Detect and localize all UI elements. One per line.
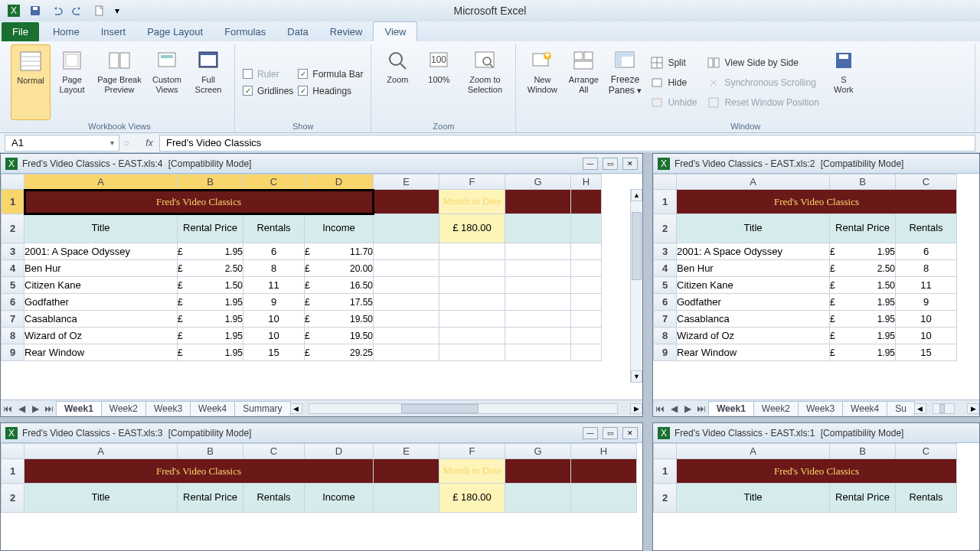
scroll-right-arrow[interactable]: ▶ (967, 403, 979, 414)
tab-nav-next[interactable]: ▶ (681, 403, 694, 414)
tab-nav-first[interactable]: ⏮ (653, 403, 667, 414)
tab-review[interactable]: Review (319, 22, 374, 41)
new-doc-icon[interactable] (90, 2, 109, 19)
scroll-right-arrow[interactable]: ▶ (630, 403, 642, 414)
tab-nav-first[interactable]: ⏮ (1, 403, 15, 414)
svg-rect-3 (33, 7, 38, 10)
quick-access-toolbar: X ▾ (0, 2, 122, 19)
hide-button[interactable]: Hide (648, 75, 700, 90)
fx-icon[interactable]: fx (139, 138, 159, 148)
tab-nav-prev[interactable]: ◀ (15, 403, 28, 414)
horizontal-scrollbar[interactable] (933, 403, 955, 414)
maximize-button[interactable]: ▭ (603, 427, 618, 439)
formula-input[interactable]: Fred's Video Classics (159, 135, 975, 152)
svg-rect-29 (574, 61, 593, 69)
sheet-tab[interactable]: Week3 (798, 401, 843, 416)
side-by-side-button[interactable]: View Side by Side (704, 55, 822, 70)
tab-insert[interactable]: Insert (90, 22, 137, 41)
tab-page-layout[interactable]: Page Layout (136, 22, 214, 41)
scroll-left-arrow[interactable]: ◀ (914, 403, 926, 414)
normal-view-button[interactable]: Normal (11, 44, 51, 120)
horizontal-scrollbar[interactable] (309, 403, 618, 414)
sheet-tabs: ⏮◀▶⏭Week1Week2Week3Week4Su◀▶ (653, 399, 979, 416)
zoom-100-icon: 100 (426, 47, 452, 73)
redo-icon[interactable] (69, 2, 87, 19)
zoom-to-selection-button[interactable]: Zoom to Selection (460, 44, 509, 120)
spreadsheet-grid[interactable]: ABCDEFGH1Fred's Video ClassicsMonth to D… (1, 443, 642, 550)
qat-dropdown-icon[interactable]: ▾ (112, 2, 122, 19)
spreadsheet-grid[interactable]: ABC1Fred's Video Classics2TitleRental Pr… (653, 174, 979, 399)
workbook-window-1[interactable]: X Fred's Video Classics - EAST.xls:1 [Co… (652, 422, 980, 551)
sync-scroll-button: Synchronous Scrolling (704, 75, 822, 90)
save-workspace-button[interactable]: SWork (825, 44, 862, 120)
full-screen-button[interactable]: Full Screen (188, 44, 228, 120)
freeze-panes-button[interactable]: Freeze Panes ▾ (605, 44, 645, 120)
workbook-icon: X (5, 158, 18, 170)
split-button[interactable]: Split (648, 55, 700, 70)
sheet-tab[interactable]: Week1 (708, 401, 754, 416)
cancel-icon: ○ (119, 138, 133, 148)
scroll-up-arrow[interactable]: ▲ (631, 189, 642, 201)
ribbon-tabs: File Home Insert Page Layout Formulas Da… (0, 21, 980, 41)
tab-nav-prev[interactable]: ◀ (667, 403, 681, 414)
spreadsheet-grid[interactable]: ABCDEFGH1Fred's Video ClassicsMonth to D… (1, 174, 642, 399)
excel-icon[interactable]: X (5, 2, 23, 19)
save-icon[interactable] (26, 2, 44, 19)
sheet-tab[interactable]: Week2 (101, 401, 146, 416)
window-title-bar[interactable]: X Fred's Video Classics - EAST.xls:4 [Co… (1, 154, 642, 174)
vertical-scrollbar[interactable]: ▲▼ (630, 189, 642, 383)
tab-view[interactable]: View (373, 21, 417, 41)
custom-views-button[interactable]: Custom Views (147, 44, 187, 120)
new-window-button[interactable]: ✦New Window (522, 44, 562, 120)
workbook-window-4[interactable]: X Fred's Video Classics - EAST.xls:4 [Co… (0, 153, 643, 417)
arrange-all-button[interactable]: Arrange All (564, 44, 603, 120)
ruler-checkbox: Ruler (243, 69, 293, 80)
window-title-bar[interactable]: X Fred's Video Classics - EAST.xls:3 [Co… (1, 423, 642, 443)
scroll-thumb[interactable] (939, 404, 945, 413)
tab-home[interactable]: Home (42, 22, 90, 41)
sheet-tab[interactable]: Su (887, 401, 915, 416)
tab-nav-next[interactable]: ▶ (28, 403, 42, 414)
tab-nav-last[interactable]: ⏭ (42, 403, 56, 414)
gridlines-checkbox[interactable]: ✓Gridlines (243, 86, 293, 96)
window-title: Fred's Video Classics - EAST.xls:3 [Comp… (22, 427, 578, 439)
workbook-window-3[interactable]: X Fred's Video Classics - EAST.xls:3 [Co… (0, 422, 643, 551)
sheet-tab[interactable]: Week2 (753, 401, 799, 416)
minimize-button[interactable]: — (583, 158, 598, 170)
scroll-down-arrow[interactable]: ▼ (631, 370, 642, 383)
undo-icon[interactable] (47, 2, 66, 19)
tab-file[interactable]: File (2, 22, 39, 41)
tab-data[interactable]: Data (276, 22, 318, 41)
close-button[interactable]: ✕ (622, 427, 638, 439)
sheet-tab[interactable]: Week4 (842, 401, 887, 416)
close-button[interactable]: ✕ (622, 158, 638, 170)
unhide-button: Unhide (648, 95, 700, 110)
sheet-tab[interactable]: Week3 (145, 401, 191, 416)
window-title-bar[interactable]: X Fred's Video Classics - EAST.xls:2 [Co… (653, 154, 979, 174)
maximize-button[interactable]: ▭ (603, 158, 618, 170)
sheet-tab[interactable]: Week1 (56, 401, 102, 416)
workbook-icon: X (5, 427, 18, 439)
tab-nav-last[interactable]: ⏭ (694, 403, 708, 414)
svg-text:✦: ✦ (544, 50, 551, 60)
group-window: ✦New Window Arrange All Freeze Panes ▾ S… (516, 44, 975, 132)
scroll-left-arrow[interactable]: ◀ (290, 403, 302, 414)
headings-checkbox[interactable]: ✓Headings (298, 86, 363, 96)
name-box[interactable]: A1 (5, 135, 119, 152)
tab-formulas[interactable]: Formulas (214, 22, 276, 41)
minimize-button[interactable]: — (583, 427, 598, 439)
zoom-100-button[interactable]: 100100% (419, 44, 459, 120)
page-break-button[interactable]: Page Break Preview (93, 44, 145, 120)
zoom-button[interactable]: Zoom (377, 44, 417, 120)
scroll-thumb[interactable] (632, 212, 642, 280)
svg-rect-13 (158, 53, 175, 67)
sheet-tab[interactable]: Week4 (190, 401, 235, 416)
spreadsheet-grid[interactable]: ABC1Fred's Video Classics2TitleRental Pr… (653, 443, 979, 550)
window-title-bar[interactable]: X Fred's Video Classics - EAST.xls:1 [Co… (653, 423, 979, 443)
scroll-thumb[interactable] (401, 404, 479, 413)
formula-bar-checkbox[interactable]: ✓Formula Bar (298, 69, 363, 80)
new-window-icon: ✦ (529, 47, 555, 73)
sheet-tab[interactable]: Summary (234, 401, 290, 416)
page-layout-button[interactable]: Page Layout (52, 44, 92, 120)
workbook-window-2[interactable]: X Fred's Video Classics - EAST.xls:2 [Co… (652, 153, 980, 417)
